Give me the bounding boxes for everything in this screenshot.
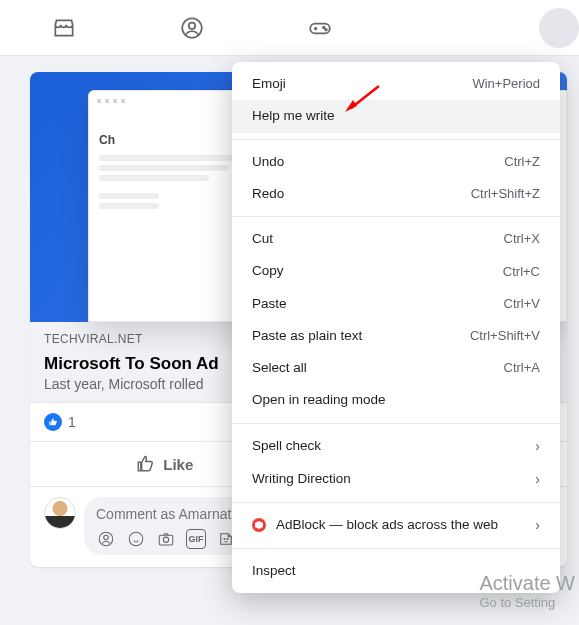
menu-item-label: Writing Direction xyxy=(252,469,351,489)
like-count: 1 xyxy=(68,414,76,430)
profile-avatar[interactable] xyxy=(539,8,579,48)
menu-item-label: Spell check xyxy=(252,436,321,456)
watermark-line2: Go to Setting xyxy=(479,595,575,611)
svg-point-5 xyxy=(99,532,113,546)
groups-icon[interactable] xyxy=(168,4,216,52)
menu-separator xyxy=(232,423,560,424)
camera-icon[interactable] xyxy=(156,529,176,549)
menu-item-undo[interactable]: UndoCtrl+Z xyxy=(232,146,560,178)
menu-separator xyxy=(232,548,560,549)
like-label: Like xyxy=(163,456,193,473)
svg-point-9 xyxy=(163,537,168,542)
menu-item-label: Paste as plain text xyxy=(252,326,362,346)
menu-shortcut: Ctrl+V xyxy=(504,294,540,314)
chevron-right-icon: › xyxy=(535,515,540,536)
menu-item-writing-direction[interactable]: Writing Direction› xyxy=(232,463,560,496)
top-nav xyxy=(0,0,579,56)
menu-item-redo[interactable]: RedoCtrl+Shift+Z xyxy=(232,178,560,210)
menu-item-inspect[interactable]: Inspect xyxy=(232,555,560,587)
menu-item-label: Redo xyxy=(252,184,284,204)
menu-item-adblock-block-ads-across-the-web[interactable]: AdBlock — block ads across the web› xyxy=(232,509,560,542)
avatar-sticker-icon[interactable] xyxy=(96,529,116,549)
svg-point-4 xyxy=(325,28,327,30)
menu-item-label: Cut xyxy=(252,229,273,249)
svg-point-3 xyxy=(323,26,325,28)
gaming-icon[interactable] xyxy=(296,4,344,52)
menu-item-cut[interactable]: CutCtrl+X xyxy=(232,223,560,255)
svg-point-7 xyxy=(129,532,143,546)
menu-separator xyxy=(232,216,560,217)
composer-avatar[interactable] xyxy=(44,497,76,529)
gif-icon[interactable]: GIF xyxy=(186,529,206,549)
marketplace-icon[interactable] xyxy=(40,4,88,52)
menu-shortcut: Win+Period xyxy=(472,74,540,94)
menu-separator xyxy=(232,139,560,140)
like-icon xyxy=(44,413,62,431)
chevron-right-icon: › xyxy=(535,469,540,490)
menu-item-label: AdBlock — block ads across the web xyxy=(276,515,498,535)
menu-item-emoji[interactable]: EmojiWin+Period xyxy=(232,68,560,100)
menu-item-label: Emoji xyxy=(252,74,286,94)
menu-shortcut: Ctrl+C xyxy=(503,262,540,282)
menu-item-label: Copy xyxy=(252,261,284,281)
menu-item-label: Paste xyxy=(252,294,287,314)
menu-item-copy[interactable]: CopyCtrl+C xyxy=(232,255,560,287)
chevron-right-icon: › xyxy=(535,436,540,457)
menu-shortcut: Ctrl+Shift+V xyxy=(470,326,540,346)
menu-item-label: Select all xyxy=(252,358,307,378)
svg-point-1 xyxy=(189,22,196,28)
menu-item-paste-as-plain-text[interactable]: Paste as plain textCtrl+Shift+V xyxy=(232,320,560,352)
menu-shortcut: Ctrl+X xyxy=(504,229,540,249)
menu-item-spell-check[interactable]: Spell check› xyxy=(232,430,560,463)
svg-point-11 xyxy=(227,539,228,540)
emoji-icon[interactable] xyxy=(126,529,146,549)
adblock-icon xyxy=(252,518,266,532)
svg-point-10 xyxy=(224,539,225,540)
svg-point-6 xyxy=(104,535,109,540)
menu-item-select-all[interactable]: Select allCtrl+A xyxy=(232,352,560,384)
menu-item-label: Undo xyxy=(252,152,284,172)
context-menu: EmojiWin+PeriodHelp me writeUndoCtrl+ZRe… xyxy=(232,62,560,593)
menu-shortcut: Ctrl+Shift+Z xyxy=(471,184,540,204)
menu-item-paste[interactable]: PasteCtrl+V xyxy=(232,288,560,320)
menu-item-label: Help me write xyxy=(252,106,335,126)
menu-separator xyxy=(232,502,560,503)
menu-item-help-me-write[interactable]: Help me write xyxy=(232,100,560,132)
menu-item-label: Inspect xyxy=(252,561,296,581)
menu-item-label: Open in reading mode xyxy=(252,390,386,410)
menu-shortcut: Ctrl+A xyxy=(504,358,540,378)
menu-item-open-in-reading-mode[interactable]: Open in reading mode xyxy=(232,384,560,416)
menu-shortcut: Ctrl+Z xyxy=(504,152,540,172)
